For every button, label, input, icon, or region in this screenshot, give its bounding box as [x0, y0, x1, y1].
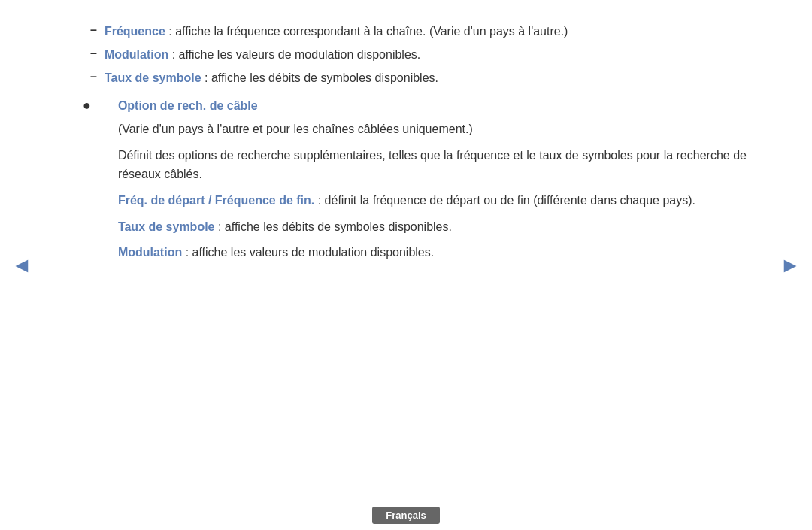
taux-desc: : affiche les débits de symboles disponi…	[201, 71, 438, 84]
language-badge[interactable]: Français	[372, 507, 439, 524]
frequence-text: Fréquence : affiche la fréquence corresp…	[105, 23, 568, 41]
freq-term: Fréq. de départ / Fréquence de fin.	[118, 194, 314, 207]
bullet-section: ● Option de rech. de câble (Varie d'un p…	[83, 99, 752, 270]
list-item-modulation: – Modulation : affiche les valeurs de mo…	[83, 46, 752, 65]
bullet-dot: ●	[83, 98, 91, 114]
freq-desc: : définit la fréquence de départ ou de f…	[314, 194, 695, 207]
taux-text: Taux de symbole : affiche les débits de …	[105, 69, 438, 88]
option-title: Option de rech. de câble	[118, 99, 258, 112]
taux-term: Taux de symbole	[105, 71, 201, 84]
modulation-desc: : affiche les valeurs de modulation disp…	[168, 48, 420, 61]
list-item-taux: – Taux de symbole : affiche les débits d…	[83, 69, 752, 88]
frequence-desc: : affiche la fréquence correspondant à l…	[165, 25, 568, 38]
symbol-term: Taux de symbole	[118, 220, 215, 233]
dash-icon-2: –	[90, 47, 97, 60]
mod-line: Modulation : affiche les valeurs de modu…	[118, 244, 752, 262]
option-title-line: Option de rech. de câble	[118, 99, 752, 113]
nav-right-button[interactable]: ►	[780, 253, 801, 277]
frequence-term: Fréquence	[105, 25, 165, 38]
main-content: – Fréquence : affiche la fréquence corre…	[0, 0, 812, 500]
symbol-line: Taux de symbole : affiche les débits de …	[118, 218, 752, 237]
footer: Français	[0, 500, 812, 530]
nav-left-button[interactable]: ◄	[11, 253, 32, 277]
option-content: Option de rech. de câble (Varie d'un pay…	[98, 99, 752, 270]
sub-list: – Fréquence : affiche la fréquence corre…	[83, 23, 752, 92]
mod-desc: : affiche les valeurs de modulation disp…	[182, 246, 434, 259]
modulation-text: Modulation : affiche les valeurs de modu…	[105, 46, 420, 65]
mod-term: Modulation	[118, 246, 182, 259]
symbol-desc: : affiche les débits de symboles disponi…	[215, 220, 452, 233]
freq-line: Fréq. de départ / Fréquence de fin. : dé…	[118, 192, 752, 210]
list-item-frequence: – Fréquence : affiche la fréquence corre…	[83, 23, 752, 41]
modulation-term: Modulation	[105, 48, 168, 61]
option-note: (Varie d'un pays à l'autre et pour les c…	[118, 120, 752, 139]
option-description: Définit des options de recherche supplém…	[118, 147, 752, 184]
dash-icon-3: –	[90, 70, 97, 83]
dash-icon: –	[90, 23, 97, 37]
